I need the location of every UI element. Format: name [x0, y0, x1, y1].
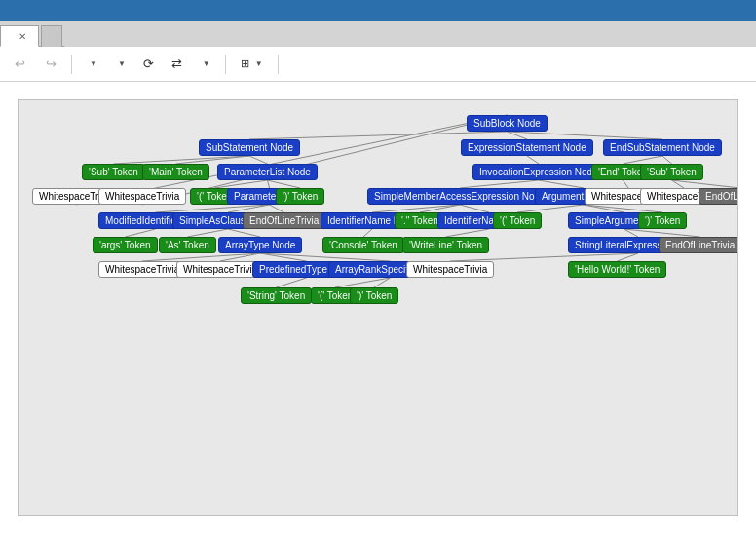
- svg-line-24: [584, 205, 624, 212]
- zoom-arrow: ▼: [255, 59, 263, 68]
- svg-line-14: [624, 180, 629, 188]
- tab-syntax-close[interactable]: ✕: [17, 31, 28, 42]
- svg-line-40: [335, 278, 391, 287]
- redo-button[interactable]: ↪: [39, 53, 63, 75]
- svg-line-2: [508, 132, 663, 139]
- svg-line-41: [374, 278, 391, 287]
- svg-line-34: [220, 253, 260, 261]
- svg-line-29: [363, 229, 372, 237]
- title-bar: [0, 0, 756, 21]
- tab-syntax[interactable]: ✕: [0, 25, 39, 47]
- node-n20[interactable]: EndOfLineTrivia: [699, 188, 738, 205]
- svg-line-32: [624, 229, 700, 237]
- legend-button[interactable]: [286, 60, 300, 68]
- node-n1[interactable]: SubBlock Node: [467, 115, 548, 132]
- svg-line-1: [508, 132, 528, 139]
- sync-icon: ⇄: [171, 57, 182, 71]
- node-n30[interactable]: 'args' Token: [93, 237, 158, 253]
- svg-line-26: [126, 229, 156, 237]
- svg-line-25: [584, 205, 662, 212]
- undo-button[interactable]: ↩: [8, 53, 35, 75]
- svg-line-35: [260, 253, 307, 261]
- node-n16[interactable]: SimpleMemberAccessExpression Node: [367, 188, 552, 205]
- tab-program[interactable]: [41, 25, 62, 47]
- node-n15[interactable]: ')' Token: [276, 188, 324, 205]
- svg-line-10: [268, 180, 270, 188]
- svg-line-39: [277, 278, 307, 287]
- svg-line-23: [517, 205, 584, 212]
- svg-line-20: [372, 205, 460, 212]
- svg-line-17: [156, 205, 270, 212]
- svg-line-33: [142, 253, 260, 261]
- node-n41[interactable]: WhitespaceTrivia: [406, 261, 494, 278]
- layout-button[interactable]: ▼: [108, 56, 132, 72]
- connections-svg: [19, 100, 737, 515]
- share-button[interactable]: ▼: [193, 56, 217, 72]
- filters-button[interactable]: [304, 60, 318, 68]
- diagram-canvas: SubBlock NodeSubStatement NodeExpression…: [19, 100, 737, 515]
- svg-line-37: [450, 253, 638, 261]
- svg-line-11: [268, 180, 301, 188]
- node-n36[interactable]: EndOfLineTrivia: [659, 237, 738, 253]
- svg-line-5: [249, 156, 268, 164]
- layout-arrow: ▼: [118, 59, 126, 68]
- node-n3[interactable]: ExpressionStatement Node: [461, 139, 593, 156]
- node-n42[interactable]: 'Hello World!' Token: [568, 261, 666, 278]
- svg-line-0: [249, 132, 508, 139]
- svg-line-3: [114, 156, 250, 164]
- share-arrow: ▼: [203, 59, 210, 68]
- node-n23[interactable]: EndOfLineTrivia: [243, 212, 325, 229]
- node-n31[interactable]: 'As' Token: [159, 237, 216, 253]
- zoom-icon: ⊞: [241, 57, 249, 70]
- node-n33[interactable]: 'Console' Token: [322, 237, 404, 253]
- toolbar: ↩ ↪ ▼ ▼ ⟳ ⇄ ▼ ⊞ ▼: [0, 47, 756, 82]
- redo-icon: ↪: [46, 57, 57, 71]
- node-n27[interactable]: '(' Token: [493, 212, 542, 229]
- svg-line-27: [188, 229, 229, 237]
- sep2: [225, 55, 226, 74]
- node-n43[interactable]: 'String' Token: [241, 287, 312, 304]
- svg-line-8: [662, 156, 672, 164]
- svg-line-4: [176, 156, 250, 164]
- svg-line-9: [214, 180, 268, 188]
- svg-line-28: [228, 229, 260, 237]
- svg-line-7: [624, 156, 663, 164]
- diagram-area[interactable]: SubBlock NodeSubStatement NodeExpression…: [18, 99, 738, 516]
- undo-icon: ↩: [15, 57, 25, 71]
- node-n8[interactable]: InvocationExpression Node: [472, 164, 605, 180]
- refresh-icon: ⟳: [143, 57, 154, 71]
- node-n34[interactable]: 'WriteLine' Token: [402, 237, 489, 253]
- svg-line-15: [672, 180, 685, 188]
- main-content: SubBlock NodeSubStatement NodeExpression…: [0, 82, 756, 534]
- refresh-button[interactable]: ⟳: [136, 53, 161, 75]
- svg-line-12: [460, 180, 539, 188]
- node-n32[interactable]: ArrayType Node: [218, 237, 302, 253]
- node-n29[interactable]: ')' Token: [638, 212, 687, 229]
- svg-line-22: [460, 205, 489, 212]
- svg-line-16: [672, 180, 738, 188]
- node-n12[interactable]: WhitespaceTrivia: [98, 188, 186, 205]
- svg-line-30: [446, 229, 490, 237]
- sep1: [71, 55, 72, 74]
- svg-line-19: [270, 205, 284, 212]
- node-n38[interactable]: WhitespaceTrivia: [176, 261, 264, 278]
- node-n45[interactable]: ')' Token: [350, 287, 398, 304]
- show-related-arrow: ▼: [90, 59, 97, 68]
- svg-line-18: [228, 205, 270, 212]
- node-n7[interactable]: ParameterList Node: [217, 164, 318, 180]
- zoom-button[interactable]: ⊞ ▼: [234, 54, 270, 74]
- sync-button[interactable]: ⇄: [165, 53, 189, 75]
- node-n4[interactable]: EndSubStatement Node: [603, 139, 722, 156]
- sep3: [278, 55, 279, 74]
- node-n10[interactable]: 'Sub' Token: [640, 164, 703, 180]
- svg-line-13: [539, 180, 584, 188]
- node-n37[interactable]: WhitespaceTrivia: [98, 261, 186, 278]
- node-n2[interactable]: SubStatement Node: [199, 139, 300, 156]
- svg-line-38: [618, 253, 639, 261]
- tabs-fill: [64, 25, 756, 47]
- svg-line-31: [624, 229, 639, 237]
- svg-line-36: [260, 253, 391, 261]
- node-n5[interactable]: 'Sub' Token: [82, 164, 145, 180]
- node-n6[interactable]: 'Main' Token: [142, 164, 209, 180]
- show-related-button[interactable]: ▼: [80, 56, 104, 72]
